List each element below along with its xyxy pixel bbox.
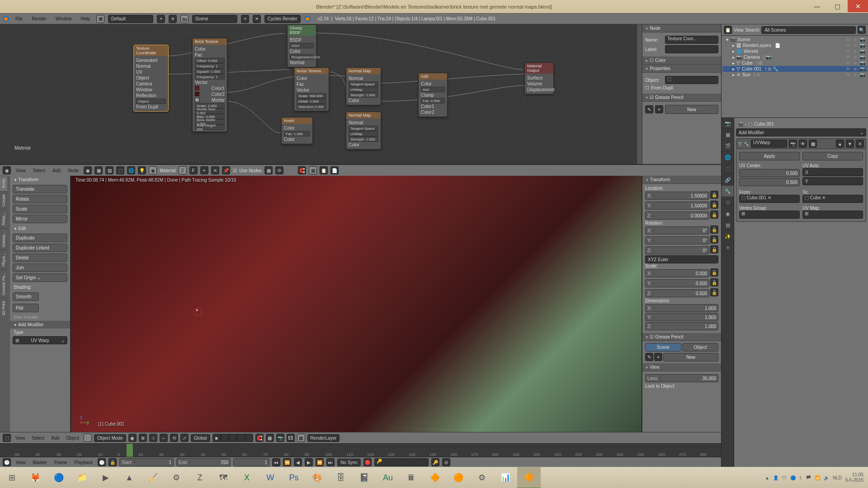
tlmenu-frame[interactable]: Frame [52,460,70,465]
viewmenu-view[interactable]: View [13,436,28,441]
timeline-ruler[interactable]: -50-40-30-20-100102030405060708090100110… [0,444,721,457]
use-nodes-checkbox[interactable]: ☑ [233,168,237,173]
snap-type-icon[interactable]: ▦ [309,166,317,174]
node-normal-map-1[interactable]: Normal Map Normal Tangent Space UVMap St… [346,67,381,105]
uvwarp-from-field[interactable]: ⬚ Cube.001 ✕ [739,195,800,203]
node-scrollbar[interactable] [637,24,642,164]
modifier-delete-button[interactable]: ✕ [856,140,864,148]
mode-icon[interactable]: ⬚ [84,434,92,442]
modifier-apply-button[interactable]: Apply [739,152,800,160]
dim-y-field[interactable]: 1.000 [654,315,718,320]
scale-x-field[interactable]: 0.500 [654,271,709,276]
menu-render[interactable]: Render [29,16,49,21]
window-close-button[interactable]: ✕ [848,0,868,12]
tray-time-label[interactable]: 11:05 [845,472,863,478]
paste-nodes-icon[interactable]: 📄 [330,166,339,174]
outliner-row-cube-001[interactable]: ▸▽Cube.001| ⊞ 🔧👁➤📷 [722,66,867,72]
timeline-area[interactable]: -50-40-30-20-100102030405060708090100110… [0,443,721,467]
node-editor-area[interactable]: Texture Coordinate Generated Normal UV O… [0,24,721,164]
node-texture-coordinate[interactable]: Texture Coordinate Generated Normal UV O… [133,45,169,112]
outliner-row-sun[interactable]: ▸☀Sun| ☀👁➤📷 [722,72,867,78]
play-reverse-button[interactable]: ◀ [294,458,302,466]
lens-field[interactable]: 35.000 [660,376,718,381]
manip-scale-icon[interactable]: ⤢ [180,434,189,442]
outliner-tree[interactable]: ▾🎬Scene👁➤📷▸🖼RenderLayers📄👁➤📷▸🌐Wereld👁➤📷▸… [722,36,868,117]
taskbar-word-icon[interactable]: W [259,467,282,488]
outliner-search-menu[interactable]: Search [745,28,760,33]
layer-button-4[interactable] [237,434,245,442]
taskbar-settings-icon[interactable]: ⚙ [470,467,494,488]
taskbar-app7-icon[interactable]: 📊 [494,467,517,488]
gp-add-button[interactable]: + [655,105,663,113]
rot-y-lock-icon[interactable]: 🔓 [710,235,718,244]
blender-logo-icon[interactable] [3,16,9,22]
npanel-color-header[interactable]: ☐ Color [642,56,721,65]
material-fake-user[interactable]: F [189,166,198,174]
keyframe-next-button[interactable]: ⏩ [316,458,324,466]
tooltab-physics[interactable]: Physi... [0,250,7,269]
from-dupli-checkbox[interactable]: ☐ [645,85,649,90]
delete-button[interactable]: Delete [13,253,67,262]
modifier-name-field[interactable]: UVWarp [751,140,787,148]
taskbar-blender-active-icon[interactable]: 🔶 [517,467,541,488]
uvcenter-y-field[interactable]: 0.500 [740,180,799,185]
tab-world[interactable]: 🌐 [722,152,734,163]
uvmap-field[interactable]: ⊞ [802,211,863,219]
node-invert[interactable]: Invert Color Fac: 1.000 Color [281,117,313,144]
node-glossy-bsdf[interactable]: Glossy BSDF BSDF GGX Color Roughness:0.0… [287,24,316,67]
rotation-mode-dropdown[interactable]: XYZ Euler [645,255,718,263]
render-engine-dropdown[interactable]: Cycles Render [264,15,301,23]
renderlayer-browse-icon[interactable]: ▦ [297,434,305,442]
uvwarp-to-field[interactable]: ⬚ Cube ✕ [802,195,863,203]
preview-range-icon[interactable]: 🕐 [98,458,106,466]
node-normal-map-2[interactable]: Normal Map Normal Tangent Space UVMap St… [346,112,381,150]
layer-button-5[interactable] [245,434,253,442]
nodemenu-select[interactable]: Select [31,168,48,173]
preview-range-lock-icon[interactable]: 🔒 [108,458,117,466]
taskbar-blender1-icon[interactable]: 🔶 [423,467,447,488]
taskbar-app4-icon[interactable]: Z [188,467,212,488]
rotate-button[interactable]: Rotate [13,195,67,203]
world-shader-icon[interactable]: 🌐 [127,166,135,174]
scene-browse-icon[interactable]: 🎬 [180,15,189,23]
gp-data-browse-icon[interactable]: ✎ [645,353,653,361]
node-object-field[interactable]: ⬚ [665,76,718,84]
duplicate-linked-button[interactable]: Duplicate Linked [13,244,67,252]
window-maximize-button[interactable]: ▢ [827,0,848,12]
gp-data-new-button[interactable]: New [663,353,718,361]
taskbar-app-icon[interactable]: 🔵 [47,467,71,488]
gp-data-add-icon[interactable]: + [654,353,662,361]
taskbar-firefox-icon[interactable]: 🦊 [24,467,47,488]
tab-particles[interactable]: ✨ [722,231,734,242]
tray-lang-label[interactable]: NLD [833,475,842,480]
tooltab-relations[interactable]: Relat... [0,209,7,228]
timeline-current-frame-marker[interactable] [127,444,133,457]
scale-y-field[interactable]: 0.500 [654,281,709,286]
keyframe-prev-button[interactable]: ⏪ [283,458,291,466]
loc-x-field[interactable]: 1.50000 [654,193,709,198]
taskbar-app6-icon[interactable]: 🟠 [447,467,470,488]
material-browse-icon[interactable]: ◉ [149,166,157,174]
node-material-output[interactable]: Material Output Surface Volume Displacem… [524,62,554,94]
tooltab-animation[interactable]: Animat... [0,228,7,250]
join-button[interactable]: Join [13,263,67,272]
material-name-field[interactable]: Material [160,168,176,173]
scene-dropdown[interactable]: Scene [192,15,237,23]
rot-z-field[interactable]: 0° [654,248,709,253]
render-preview-icon[interactable]: 📷 [276,434,284,442]
dim-z-field[interactable]: 1.000 [654,324,718,329]
tab-data[interactable]: ▽ [722,197,734,208]
modifier-moveup-button[interactable]: ▲ [836,140,844,148]
viewmenu-add[interactable]: Add [49,436,61,441]
tooltab-tools[interactable]: Tools [0,176,7,191]
tab-renderlayers[interactable]: ▦ [722,129,734,141]
outliner-row-renderlayers[interactable]: ▸🖼RenderLayers📄👁➤📷 [722,42,867,48]
modifier-movedown-button[interactable]: ▼ [846,140,854,148]
taskbar-calc-icon[interactable]: 🖩 [400,467,423,488]
copy-nodes-icon[interactable]: 📋 [320,166,328,174]
layout-add-button[interactable]: + [157,15,165,23]
tooltab-create[interactable]: Create [0,191,7,209]
outliner-display-mode[interactable]: All Scenes [761,26,856,34]
scale-x-lock-icon[interactable]: 🔓 [710,268,718,277]
object-shader-icon[interactable]: ⬚ [116,166,124,174]
